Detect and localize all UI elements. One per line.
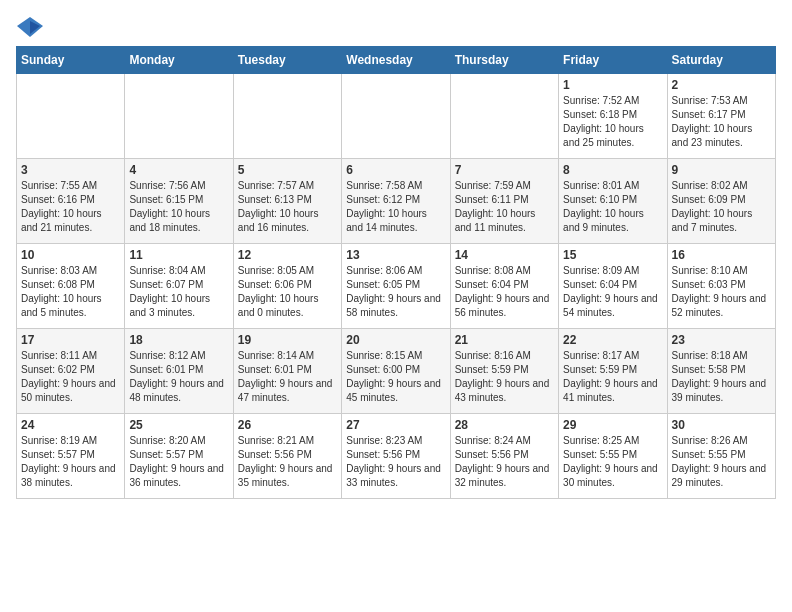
- day-number: 16: [672, 248, 771, 262]
- calendar-cell: 30Sunrise: 8:26 AM Sunset: 5:55 PM Dayli…: [667, 414, 775, 499]
- calendar-cell: 4Sunrise: 7:56 AM Sunset: 6:15 PM Daylig…: [125, 159, 233, 244]
- calendar-cell: 20Sunrise: 8:15 AM Sunset: 6:00 PM Dayli…: [342, 329, 450, 414]
- calendar-cell: [17, 74, 125, 159]
- day-info: Sunrise: 8:10 AM Sunset: 6:03 PM Dayligh…: [672, 264, 771, 320]
- day-number: 27: [346, 418, 445, 432]
- calendar-cell: 15Sunrise: 8:09 AM Sunset: 6:04 PM Dayli…: [559, 244, 667, 329]
- day-number: 10: [21, 248, 120, 262]
- day-number: 30: [672, 418, 771, 432]
- day-info: Sunrise: 8:18 AM Sunset: 5:58 PM Dayligh…: [672, 349, 771, 405]
- calendar-cell: 25Sunrise: 8:20 AM Sunset: 5:57 PM Dayli…: [125, 414, 233, 499]
- calendar-cell: 12Sunrise: 8:05 AM Sunset: 6:06 PM Dayli…: [233, 244, 341, 329]
- day-header-monday: Monday: [125, 47, 233, 74]
- day-info: Sunrise: 7:58 AM Sunset: 6:12 PM Dayligh…: [346, 179, 445, 235]
- day-info: Sunrise: 8:05 AM Sunset: 6:06 PM Dayligh…: [238, 264, 337, 320]
- calendar-cell: [125, 74, 233, 159]
- day-info: Sunrise: 8:09 AM Sunset: 6:04 PM Dayligh…: [563, 264, 662, 320]
- calendar-cell: 18Sunrise: 8:12 AM Sunset: 6:01 PM Dayli…: [125, 329, 233, 414]
- calendar-cell: 3Sunrise: 7:55 AM Sunset: 6:16 PM Daylig…: [17, 159, 125, 244]
- calendar-body: 1Sunrise: 7:52 AM Sunset: 6:18 PM Daylig…: [17, 74, 776, 499]
- day-number: 19: [238, 333, 337, 347]
- calendar-cell: 17Sunrise: 8:11 AM Sunset: 6:02 PM Dayli…: [17, 329, 125, 414]
- day-number: 11: [129, 248, 228, 262]
- calendar-cell: 10Sunrise: 8:03 AM Sunset: 6:08 PM Dayli…: [17, 244, 125, 329]
- generalblue-icon: [16, 16, 44, 38]
- day-info: Sunrise: 8:12 AM Sunset: 6:01 PM Dayligh…: [129, 349, 228, 405]
- calendar-cell: 14Sunrise: 8:08 AM Sunset: 6:04 PM Dayli…: [450, 244, 558, 329]
- day-header-sunday: Sunday: [17, 47, 125, 74]
- day-number: 1: [563, 78, 662, 92]
- day-number: 25: [129, 418, 228, 432]
- day-number: 7: [455, 163, 554, 177]
- day-number: 2: [672, 78, 771, 92]
- calendar-cell: 28Sunrise: 8:24 AM Sunset: 5:56 PM Dayli…: [450, 414, 558, 499]
- day-info: Sunrise: 7:55 AM Sunset: 6:16 PM Dayligh…: [21, 179, 120, 235]
- day-header-thursday: Thursday: [450, 47, 558, 74]
- day-number: 26: [238, 418, 337, 432]
- day-header-wednesday: Wednesday: [342, 47, 450, 74]
- day-info: Sunrise: 8:21 AM Sunset: 5:56 PM Dayligh…: [238, 434, 337, 490]
- day-number: 8: [563, 163, 662, 177]
- day-info: Sunrise: 8:01 AM Sunset: 6:10 PM Dayligh…: [563, 179, 662, 235]
- day-number: 15: [563, 248, 662, 262]
- day-header-saturday: Saturday: [667, 47, 775, 74]
- day-info: Sunrise: 8:17 AM Sunset: 5:59 PM Dayligh…: [563, 349, 662, 405]
- day-number: 28: [455, 418, 554, 432]
- day-info: Sunrise: 8:26 AM Sunset: 5:55 PM Dayligh…: [672, 434, 771, 490]
- calendar-cell: 1Sunrise: 7:52 AM Sunset: 6:18 PM Daylig…: [559, 74, 667, 159]
- calendar-cell: 9Sunrise: 8:02 AM Sunset: 6:09 PM Daylig…: [667, 159, 775, 244]
- day-number: 14: [455, 248, 554, 262]
- day-header-tuesday: Tuesday: [233, 47, 341, 74]
- day-number: 3: [21, 163, 120, 177]
- day-info: Sunrise: 8:06 AM Sunset: 6:05 PM Dayligh…: [346, 264, 445, 320]
- day-info: Sunrise: 8:02 AM Sunset: 6:09 PM Dayligh…: [672, 179, 771, 235]
- calendar-cell: 7Sunrise: 7:59 AM Sunset: 6:11 PM Daylig…: [450, 159, 558, 244]
- day-number: 21: [455, 333, 554, 347]
- day-number: 4: [129, 163, 228, 177]
- calendar-cell: 6Sunrise: 7:58 AM Sunset: 6:12 PM Daylig…: [342, 159, 450, 244]
- day-info: Sunrise: 7:53 AM Sunset: 6:17 PM Dayligh…: [672, 94, 771, 150]
- calendar-cell: [233, 74, 341, 159]
- day-info: Sunrise: 7:57 AM Sunset: 6:13 PM Dayligh…: [238, 179, 337, 235]
- calendar-week-3: 10Sunrise: 8:03 AM Sunset: 6:08 PM Dayli…: [17, 244, 776, 329]
- calendar-week-4: 17Sunrise: 8:11 AM Sunset: 6:02 PM Dayli…: [17, 329, 776, 414]
- day-info: Sunrise: 8:23 AM Sunset: 5:56 PM Dayligh…: [346, 434, 445, 490]
- day-info: Sunrise: 7:52 AM Sunset: 6:18 PM Dayligh…: [563, 94, 662, 150]
- logo: [16, 16, 48, 38]
- day-info: Sunrise: 8:08 AM Sunset: 6:04 PM Dayligh…: [455, 264, 554, 320]
- calendar-cell: 24Sunrise: 8:19 AM Sunset: 5:57 PM Dayli…: [17, 414, 125, 499]
- calendar-cell: 22Sunrise: 8:17 AM Sunset: 5:59 PM Dayli…: [559, 329, 667, 414]
- day-info: Sunrise: 8:20 AM Sunset: 5:57 PM Dayligh…: [129, 434, 228, 490]
- calendar-cell: 21Sunrise: 8:16 AM Sunset: 5:59 PM Dayli…: [450, 329, 558, 414]
- calendar-cell: 13Sunrise: 8:06 AM Sunset: 6:05 PM Dayli…: [342, 244, 450, 329]
- calendar-cell: 27Sunrise: 8:23 AM Sunset: 5:56 PM Dayli…: [342, 414, 450, 499]
- calendar-cell: [342, 74, 450, 159]
- calendar-cell: 11Sunrise: 8:04 AM Sunset: 6:07 PM Dayli…: [125, 244, 233, 329]
- calendar-cell: 8Sunrise: 8:01 AM Sunset: 6:10 PM Daylig…: [559, 159, 667, 244]
- day-info: Sunrise: 8:16 AM Sunset: 5:59 PM Dayligh…: [455, 349, 554, 405]
- day-info: Sunrise: 8:25 AM Sunset: 5:55 PM Dayligh…: [563, 434, 662, 490]
- calendar-cell: 26Sunrise: 8:21 AM Sunset: 5:56 PM Dayli…: [233, 414, 341, 499]
- day-info: Sunrise: 8:03 AM Sunset: 6:08 PM Dayligh…: [21, 264, 120, 320]
- calendar-table: SundayMondayTuesdayWednesdayThursdayFrid…: [16, 46, 776, 499]
- day-number: 29: [563, 418, 662, 432]
- calendar-cell: 23Sunrise: 8:18 AM Sunset: 5:58 PM Dayli…: [667, 329, 775, 414]
- calendar-cell: 2Sunrise: 7:53 AM Sunset: 6:17 PM Daylig…: [667, 74, 775, 159]
- day-number: 13: [346, 248, 445, 262]
- day-number: 17: [21, 333, 120, 347]
- day-number: 9: [672, 163, 771, 177]
- calendar-cell: [450, 74, 558, 159]
- calendar-week-1: 1Sunrise: 7:52 AM Sunset: 6:18 PM Daylig…: [17, 74, 776, 159]
- day-number: 20: [346, 333, 445, 347]
- day-number: 12: [238, 248, 337, 262]
- day-number: 24: [21, 418, 120, 432]
- day-info: Sunrise: 8:11 AM Sunset: 6:02 PM Dayligh…: [21, 349, 120, 405]
- calendar-cell: 19Sunrise: 8:14 AM Sunset: 6:01 PM Dayli…: [233, 329, 341, 414]
- day-info: Sunrise: 8:24 AM Sunset: 5:56 PM Dayligh…: [455, 434, 554, 490]
- day-number: 5: [238, 163, 337, 177]
- day-info: Sunrise: 8:14 AM Sunset: 6:01 PM Dayligh…: [238, 349, 337, 405]
- calendar-header-row: SundayMondayTuesdayWednesdayThursdayFrid…: [17, 47, 776, 74]
- calendar-cell: 5Sunrise: 7:57 AM Sunset: 6:13 PM Daylig…: [233, 159, 341, 244]
- day-number: 18: [129, 333, 228, 347]
- header: [16, 16, 776, 38]
